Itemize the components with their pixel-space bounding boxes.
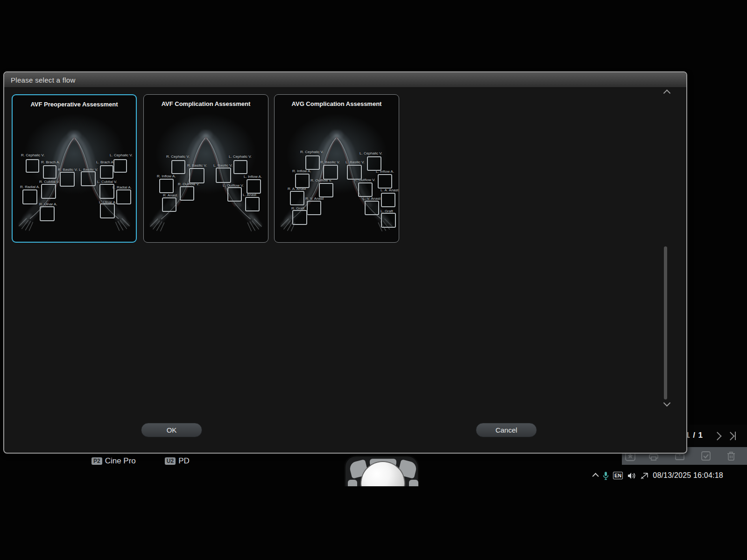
softkey-cine-pro[interactable]: P2 Cine Pro [92,456,136,466]
vessel-checkbox[interactable] [323,165,338,180]
microphone-icon[interactable] [603,471,609,480]
vessel-checkbox[interactable] [43,165,56,179]
vessel-label: L. Outflow V. [354,178,375,182]
vessel-checkbox[interactable] [365,201,379,215]
vessel-checkbox[interactable] [41,184,56,199]
vessel-checkbox[interactable] [159,179,174,193]
vessel-checkbox[interactable] [367,156,381,171]
vessel-checkbox[interactable] [40,206,55,221]
vessel-label: L. Basilic V. [213,163,233,168]
vessel-checkbox[interactable] [81,171,96,186]
vessel-label: R. Brach A. [41,160,60,164]
vessel-checkbox[interactable] [290,191,304,205]
vessel-checkbox[interactable] [381,193,395,207]
vessel-label: L. Brach A. [96,160,114,164]
softkey-label: PD [178,456,190,466]
vessel-label: R. Basilic V. [320,160,340,164]
vessel-checkbox[interactable] [189,168,204,183]
flow-card-body: R. Cephalic V.L. Cephalic V.R. Basilic V… [275,95,399,242]
scroll-down-icon[interactable] [664,399,669,407]
vessel-label: R. Ulnar A. [39,202,57,206]
vessel-checkbox[interactable] [295,174,310,188]
vessel-label: L. Inflow A. [244,175,262,179]
flow-card-title: AVG Complication Assessment [275,100,399,107]
flow-card-avf-complication[interactable]: AVF Complication Assessment [143,94,268,243]
vessel-checkbox[interactable] [22,189,37,204]
vessel-checkbox[interactable] [216,168,231,183]
vessel-checkbox[interactable] [233,160,247,174]
speaker-icon[interactable] [627,472,636,480]
trackball-ball [361,462,404,486]
vessel-checkbox[interactable] [171,160,185,174]
vessel-label: L. Anast [243,193,256,197]
vessel-checkbox[interactable] [381,213,396,228]
flow-card-avg-complication[interactable]: AVG Complication Assessment [274,94,399,243]
vessel-label: R. A. Anast [288,187,306,191]
screen-background: 1 / 1 P2 Cine Pro U2 PD [0,0,747,560]
tray-expand-icon[interactable] [592,473,599,479]
vessel-label: R. Radial A. [20,185,40,189]
vessel-label: R. Cephalic V. [300,150,324,154]
vessel-label: R. Outflow V. [310,178,332,182]
dialog-titlebar: Please select a flow [4,72,686,88]
vessel-checkbox[interactable] [113,159,127,173]
vessel-label: L. Cubital V. [97,180,117,184]
vessel-checkbox[interactable] [307,201,321,215]
softkey-row: P2 Cine Pro U2 PD [92,456,218,466]
vessel-checkbox[interactable] [292,210,307,225]
vessel-label: R. Outflow V. [178,182,199,186]
flow-card-avf-preoperative[interactable]: AVF Preoperative Assessment [12,94,137,243]
next-page-icon[interactable] [713,432,721,440]
vessel-checkbox[interactable] [100,165,113,179]
flow-card-body: R. Cephalic V.L. Cephalic V.R. Basilic V… [144,95,268,242]
vessel-label: L. Cephalic V. [229,154,252,159]
trackball-key-left [348,480,357,486]
network-icon[interactable] [640,472,648,480]
softkey-badge: U2 [165,457,176,465]
softkey-pd[interactable]: U2 PD [165,456,190,466]
page-indicator: 1 / 1 [685,431,703,440]
vessel-checkbox[interactable] [358,182,373,197]
dialog-title: Please select a flow [11,76,76,84]
vessel-label: R. Anast [163,193,177,197]
scroll-up-icon[interactable] [664,89,669,98]
vessel-checkbox[interactable] [100,203,115,218]
cancel-button[interactable]: Cancel [476,423,537,437]
scrollbar-thumb[interactable] [664,246,667,399]
last-page-icon[interactable] [727,431,738,441]
vessel-label: R. Cephalic V. [166,154,190,159]
vessel-label: L. Inflow A. [376,169,394,174]
vessel-checkbox[interactable] [247,179,261,194]
vessel-label: R. Cubital V. [39,180,60,184]
language-indicator[interactable]: EN [613,472,623,479]
vessel-label: R. Basilic V. [187,163,207,168]
vessel-checkbox[interactable] [60,172,75,187]
arm-diagram [144,95,268,242]
vessel-checkbox[interactable] [378,174,392,189]
vessel-checkbox[interactable] [305,155,320,170]
vessel-checkbox[interactable] [26,159,39,173]
vessel-label: R. V. Anast [305,196,324,201]
vessel-checkbox[interactable] [319,183,333,197]
flow-card-title: AVF Complication Assessment [144,100,268,107]
flow-card-title: AVF Preoperative Assessment [13,101,136,108]
vessel-label: R. Cephalic V. [21,153,44,157]
vessel-label: L. V. Anast [363,196,381,201]
ok-button[interactable]: OK [141,423,202,437]
vessel-checkbox[interactable] [116,189,131,204]
vessel-label: R. Inflow A. [292,169,311,173]
confirm-icon[interactable] [700,450,712,462]
vessel-checkbox[interactable] [180,186,194,201]
vessel-checkbox[interactable] [245,197,260,211]
flow-select-dialog: Please select a flow AVF Preoperative As… [3,71,687,454]
delete-icon[interactable] [726,450,737,462]
vessel-checkbox[interactable] [162,197,176,212]
trackball-housing [344,455,419,486]
system-datetime: 08/13/2025 16:04:18 [653,471,723,480]
vessel-label: L. Radial A. [113,185,132,189]
screen-root: { "dialog": { "title": "Please select a … [0,0,747,560]
system-tray: EN 08/13/2025 16:04:18 [594,469,723,482]
vessel-checkbox[interactable] [227,187,242,202]
vessel-label: L. Cephalic V. [110,153,133,157]
vessel-label: R. Basilic V. [58,168,78,172]
